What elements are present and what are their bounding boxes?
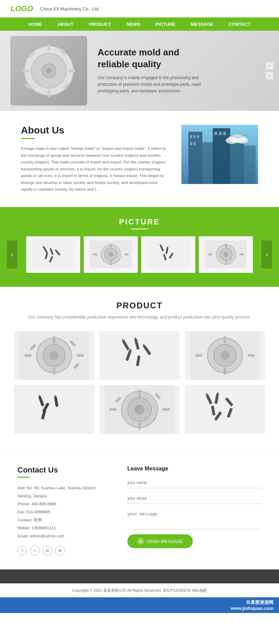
hero-image [10, 36, 87, 106]
about-underline [21, 138, 35, 139]
svg-rect-7 [69, 69, 75, 72]
product-card-4[interactable] [14, 385, 94, 434]
pic-screws-svg [32, 240, 74, 268]
svg-rect-68 [24, 354, 31, 357]
product-gear-svg-3 [105, 385, 174, 434]
product-gear-svg-1 [19, 331, 89, 380]
svg-rect-6 [23, 69, 29, 72]
nav-contact[interactable]: CONTACT [221, 17, 258, 31]
svg-point-102 [135, 405, 144, 414]
svg-rect-24 [219, 132, 222, 135]
svg-rect-47 [148, 240, 189, 268]
twitter-icon[interactable]: t [30, 546, 40, 555]
product-card-6[interactable] [185, 385, 265, 434]
send-icon: ➤ [137, 538, 144, 545]
email-icon[interactable]: ✉ [55, 546, 65, 555]
about-text: Foreign trade is also called "foreign tr… [21, 145, 167, 193]
svg-rect-92 [19, 385, 89, 434]
hero-section: Accurate mold and reliable quality Our c… [0, 31, 279, 111]
picture-section: PICTURE ‹ [0, 207, 279, 287]
svg-point-27 [226, 137, 238, 144]
footer-dark-bar [0, 569, 279, 583]
svg-rect-91 [248, 354, 255, 357]
contact-left: Contact Us Add: No. 88, Xuanwu Lake, Xua… [17, 466, 113, 555]
pic-3-placeholder [141, 236, 195, 273]
about-title: About Us [21, 125, 167, 136]
picture-grid [17, 236, 262, 273]
send-label: SEND MESSAGE [147, 539, 183, 544]
svg-rect-20 [197, 135, 199, 138]
carousel-prev-button[interactable]: ‹ [7, 240, 17, 268]
svg-rect-59 [225, 261, 227, 265]
svg-rect-105 [109, 408, 117, 411]
pic-screws-svg-2 [148, 240, 189, 268]
svg-rect-74 [105, 331, 174, 380]
contact-address: Add: No. 88, Xuanwu Lake, Xuanwu Distric… [17, 484, 113, 492]
product-gear-svg-2 [190, 331, 260, 380]
nav-news[interactable]: NEWS [119, 17, 148, 31]
contact-title: Contact Us [17, 466, 113, 475]
carousel-next-button[interactable]: › [262, 240, 272, 268]
hero-content: Accurate mold and reliable quality Our c… [98, 47, 213, 94]
pic-2-placeholder [84, 236, 138, 273]
contact-person: Contact: 老师 [17, 516, 113, 524]
send-message-button[interactable]: ➤ SEND MESSAGE [127, 534, 193, 548]
svg-rect-66 [53, 336, 55, 343]
nav-about[interactable]: ABOUT [50, 17, 81, 31]
hero-next-arrow[interactable]: › [265, 71, 274, 80]
contact-phone: Phone: 400-888-8888 [17, 500, 113, 508]
pic-gear-svg-2 [90, 240, 132, 268]
about-section: About Us Foreign trade is also called "f… [0, 111, 279, 207]
contact-right: Leave Message ➤ SEND MESSAGE [127, 466, 262, 555]
message-input[interactable] [127, 509, 262, 529]
contact-fax: Fax: 010-8888888 [17, 508, 113, 516]
svg-rect-88 [224, 336, 226, 343]
picture-card-3[interactable] [141, 236, 195, 273]
about-left: About Us Foreign trade is also called "f… [21, 125, 167, 193]
contact-underline [17, 477, 30, 478]
email-input[interactable] [127, 493, 262, 504]
pic-1-placeholder [26, 236, 80, 273]
facebook-icon[interactable]: f [17, 546, 27, 555]
navigation: HOME ABOUT PRODUCT NEWS PICTURE MESSAGE … [0, 17, 279, 31]
footer: Copyright © 2021 某某有限公司 All Rights Reser… [0, 583, 279, 597]
header: LOGO China XX Machinery Co., Ltd. [0, 0, 279, 17]
hero-arrows: ‹ › [265, 62, 274, 80]
hero-title: Accurate mold and reliable quality [98, 47, 213, 70]
svg-point-28 [237, 137, 248, 144]
picture-card-1[interactable] [26, 236, 80, 273]
product-section: PRODUCT Our company has considerable pro… [0, 287, 279, 451]
svg-rect-109 [190, 385, 260, 434]
product-card-3[interactable] [185, 331, 265, 380]
about-image [181, 125, 258, 184]
svg-rect-67 [53, 368, 55, 375]
product-screws-svg-3 [190, 385, 260, 434]
svg-rect-60 [208, 253, 212, 255]
product-card-5[interactable] [99, 385, 180, 434]
nav-product[interactable]: PRODUCT [81, 17, 119, 31]
nav-home[interactable]: HOME [21, 17, 50, 31]
picture-card-4[interactable] [199, 236, 253, 273]
svg-rect-4 [47, 45, 50, 51]
product-title: PRODUCT [14, 301, 265, 310]
product-card-1[interactable] [14, 331, 94, 380]
svg-point-87 [220, 351, 229, 360]
footer-watermark: 玖富图资源网www.jiufuquan.com [0, 597, 279, 613]
svg-rect-15 [213, 128, 230, 184]
hero-prev-arrow[interactable]: ‹ [265, 62, 274, 70]
product-card-2[interactable] [99, 331, 180, 380]
contact-mobile: Mobile: 13588881111 [17, 524, 113, 532]
contact-section: Contact Us Add: No. 88, Xuanwu Lake, Xua… [0, 451, 279, 569]
linkedin-icon[interactable]: in [43, 546, 52, 555]
nav-message[interactable]: MESSAGE [183, 17, 221, 31]
name-input[interactable] [127, 477, 262, 488]
svg-point-65 [50, 351, 59, 360]
picture-card-2[interactable] [84, 236, 138, 273]
product-subtitle: Our company has considerable production … [14, 314, 265, 321]
product-screws-svg-2 [19, 385, 89, 434]
svg-rect-46 [125, 253, 129, 255]
nav-picture[interactable]: PICTURE [148, 17, 183, 31]
contact-city: Nanjing, Jiangsu [17, 492, 113, 500]
svg-rect-44 [110, 261, 112, 265]
company-name: China XX Machinery Co., Ltd. [40, 6, 100, 12]
